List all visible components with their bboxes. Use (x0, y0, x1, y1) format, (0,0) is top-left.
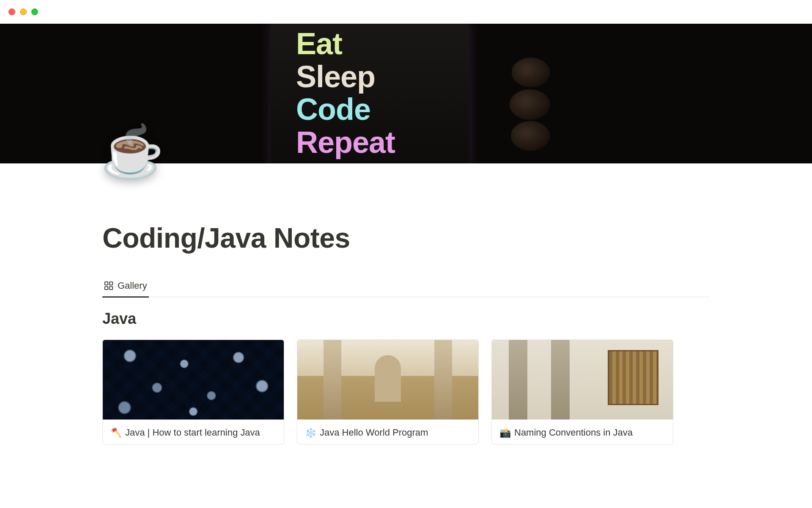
cover-finger-graphic (511, 121, 550, 151)
gallery-card[interactable]: ❄️ Java Hello World Program (297, 340, 479, 444)
card-title: ❄️ Java Hello World Program (305, 426, 471, 440)
cover-phone-graphic: Eat Sleep Code Repeat (271, 24, 469, 163)
card-body: 🪓 Java | How to start learning Java (103, 420, 284, 444)
tab-gallery[interactable]: Gallery (102, 276, 149, 298)
gallery-card[interactable]: 🪓 Java | How to start learning Java (102, 340, 284, 444)
card-title: 📸 Naming Conventions in Java (499, 426, 665, 440)
cover-word: Code (296, 94, 469, 126)
card-emoji-icon: 🪓 (110, 427, 122, 440)
maximize-window-button[interactable] (31, 8, 38, 15)
gallery-grid: 🪓 Java | How to start learning Java ❄️ J… (102, 340, 710, 444)
card-cover (492, 340, 673, 420)
minimize-window-button[interactable] (20, 8, 27, 15)
cover-word: Sleep (296, 61, 469, 93)
gallery-icon (104, 281, 113, 290)
cover-finger-graphic (510, 89, 550, 120)
card-body: 📸 Naming Conventions in Java (492, 420, 673, 444)
card-title-text: Java | How to start learning Java (125, 426, 260, 439)
tab-label: Gallery (118, 280, 147, 291)
card-emoji-icon: ❄️ (305, 427, 316, 440)
svg-rect-1 (110, 282, 112, 285)
card-title-text: Java Hello World Program (320, 426, 428, 439)
close-window-button[interactable] (8, 8, 15, 15)
cover-word: Eat (296, 28, 469, 60)
cover-word: Repeat (296, 127, 469, 159)
group-heading-java[interactable]: Java (102, 310, 710, 328)
cover-finger-graphic (512, 58, 550, 87)
page-content: Coding/Java Notes Gallery Java 🪓 Java | … (0, 163, 812, 444)
window-titlebar (0, 0, 812, 24)
gallery-card[interactable]: 📸 Naming Conventions in Java (491, 340, 673, 444)
card-cover (297, 340, 478, 420)
card-title-text: Naming Conventions in Java (514, 426, 633, 439)
card-title: 🪓 Java | How to start learning Java (110, 426, 276, 440)
page-title[interactable]: Coding/Java Notes (102, 222, 710, 254)
svg-rect-3 (110, 287, 112, 290)
card-emoji-icon: 📸 (499, 427, 511, 440)
view-tabs: Gallery (102, 276, 710, 297)
svg-rect-0 (105, 282, 108, 285)
svg-rect-2 (105, 287, 108, 290)
page-icon[interactable]: ☕ (101, 126, 164, 177)
card-body: ❄️ Java Hello World Program (297, 420, 478, 444)
card-cover (103, 340, 284, 420)
